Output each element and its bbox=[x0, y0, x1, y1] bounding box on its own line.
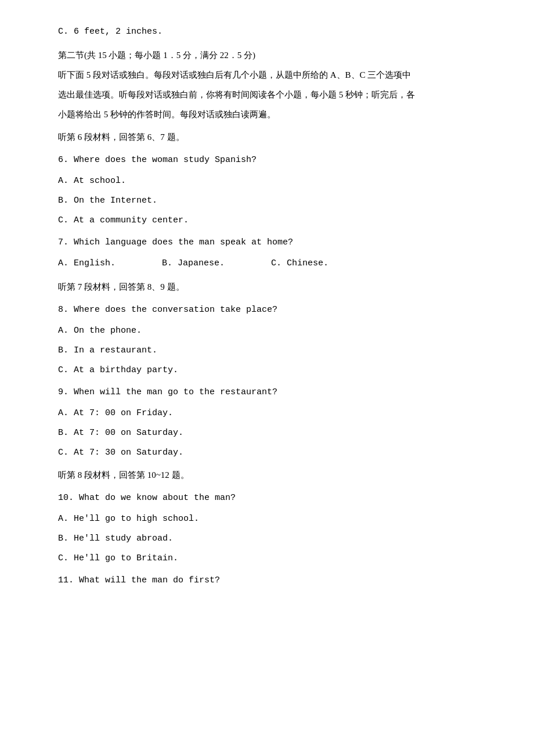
question-10: 10. What do we know about the man? bbox=[58, 489, 476, 507]
option-6a: A. At school. bbox=[58, 172, 476, 190]
instruction-line3: 小题将给出 5 秒钟的作答时间。每段对话或独白读两遍。 bbox=[58, 107, 476, 123]
section2-header: 第二节(共 15 小题；每小题 1．5 分，满分 22．5 分) bbox=[58, 46, 476, 64]
option-9c: C. At 7: 30 on Saturday. bbox=[58, 444, 476, 462]
option-10c: C. He'll go to Britain. bbox=[58, 550, 476, 567]
question-7: 7. Which language does the man speak at … bbox=[58, 234, 476, 251]
option-8b: B. In a restaurant. bbox=[58, 342, 476, 359]
option-10a: A. He'll go to high school. bbox=[58, 510, 476, 528]
section8-header: 听第 8 段材料，回答第 10~12 题。 bbox=[58, 466, 476, 484]
main-content: C. 6 feet, 2 inches. 第二节(共 15 小题；每小题 1．5… bbox=[58, 23, 476, 589]
instruction-line2: 选出最佳选项。听每段对话或独白前，你将有时间阅读各个小题，每小题 5 秒钟；听完… bbox=[58, 87, 476, 103]
question-6: 6. Where does the woman study Spanish? bbox=[58, 152, 476, 169]
option-6c: C. At a community center. bbox=[58, 212, 476, 229]
option-9b: B. At 7: 00 on Saturday. bbox=[58, 424, 476, 442]
section6-header: 听第 6 段材料，回答第 6、7 题。 bbox=[58, 128, 476, 146]
option-7a: A. English. bbox=[58, 255, 116, 272]
question-11: 11. What will the man do first? bbox=[58, 572, 476, 589]
question-8: 8. Where does the conversation take plac… bbox=[58, 301, 476, 319]
option-8a: A. On the phone. bbox=[58, 322, 476, 340]
line-c-feet: C. 6 feet, 2 inches. bbox=[58, 23, 476, 41]
option-8c: C. At a birthday party. bbox=[58, 362, 476, 379]
option-7b: B. Japanese. bbox=[162, 255, 225, 272]
question-9: 9. When will the man go to the restauran… bbox=[58, 384, 476, 401]
option-7c: C. Chinese. bbox=[271, 255, 329, 272]
section7-header: 听第 7 段材料，回答第 8、9 题。 bbox=[58, 278, 476, 296]
instruction-line1: 听下面 5 段对话或独白。每段对话或独白后有几个小题，从题中所给的 A、B、C … bbox=[58, 67, 476, 84]
option-10b: B. He'll study abroad. bbox=[58, 530, 476, 548]
options-7-inline: A. English. B. Japanese. C. Chinese. bbox=[58, 255, 476, 272]
option-6b: B. On the Internet. bbox=[58, 192, 476, 210]
option-9a: A. At 7: 00 on Friday. bbox=[58, 405, 476, 422]
